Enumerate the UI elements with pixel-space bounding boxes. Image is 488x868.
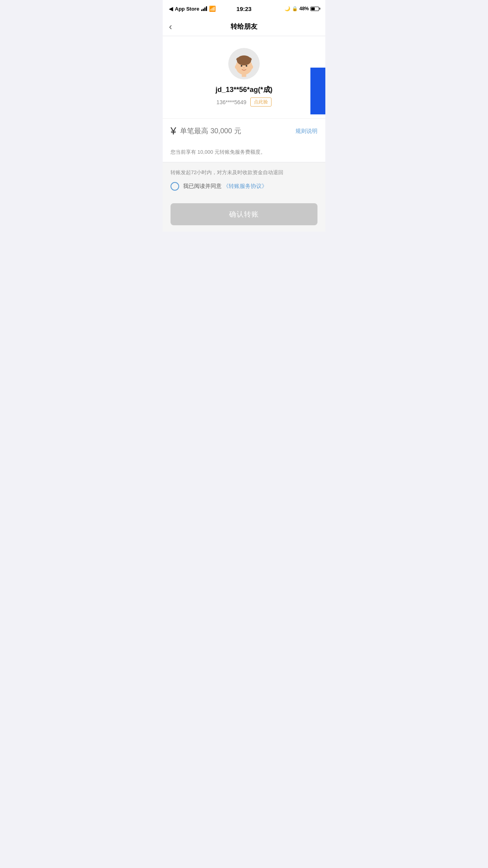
main-content: jd_13**56*ag(*成) 136****5649 点此验 ¥ 规则说明 … bbox=[163, 36, 325, 232]
back-arrow-icon: ◀ bbox=[169, 6, 173, 12]
user-name: jd_13**56*ag(*成) bbox=[215, 85, 272, 94]
verify-button[interactable]: 点此验 bbox=[250, 97, 272, 107]
rules-link[interactable]: 规则说明 bbox=[295, 128, 317, 135]
agreement-text: 我已阅读并同意 《转账服务协议》 bbox=[183, 183, 267, 190]
status-carrier: ◀ App Store 📶 bbox=[169, 6, 216, 12]
agreement-checkbox[interactable] bbox=[171, 182, 179, 191]
amount-input[interactable] bbox=[180, 127, 295, 135]
avatar-section: jd_13**56*ag(*成) 136****5649 点此验 bbox=[163, 36, 325, 114]
page-title: 转给朋友 bbox=[231, 22, 257, 31]
svg-point-7 bbox=[250, 65, 253, 69]
wifi-icon: 📶 bbox=[209, 6, 216, 12]
svg-point-4 bbox=[246, 65, 247, 67]
svg-point-5 bbox=[243, 67, 245, 68]
confirm-button[interactable]: 确认转账 bbox=[171, 203, 317, 225]
battery-percent: 48% bbox=[299, 6, 309, 11]
svg-point-3 bbox=[241, 65, 242, 67]
fee-text: 您当前享有 10,000 元转账免服务费额度。 bbox=[171, 149, 266, 155]
avatar-section-wrapper: jd_13**56*ag(*成) 136****5649 点此验 bbox=[163, 36, 325, 114]
avatar bbox=[228, 48, 260, 79]
user-phone-row: 136****5649 点此验 bbox=[216, 97, 272, 107]
battery-icon bbox=[310, 7, 319, 11]
bottom-area bbox=[163, 232, 325, 349]
status-bar: ◀ App Store 📶 19:23 🌙 🔒 48% bbox=[163, 0, 325, 17]
signal-icon bbox=[201, 6, 207, 11]
moon-icon: 🌙 bbox=[284, 6, 290, 11]
svg-point-6 bbox=[235, 65, 238, 69]
lock-icon: 🔒 bbox=[292, 6, 298, 11]
back-button[interactable]: ‹ bbox=[169, 21, 172, 32]
status-time: 19:23 bbox=[237, 6, 251, 12]
agreement-link[interactable]: 《转账服务协议》 bbox=[223, 183, 267, 189]
nav-bar: ‹ 转给朋友 bbox=[163, 17, 325, 36]
back-chevron-icon: ‹ bbox=[169, 21, 172, 32]
amount-left: ¥ bbox=[171, 125, 295, 137]
svg-rect-8 bbox=[242, 74, 246, 77]
agreement-row: 我已阅读并同意 《转账服务协议》 bbox=[171, 182, 317, 191]
user-phone: 136****5649 bbox=[216, 99, 246, 105]
amount-section: ¥ 规则说明 bbox=[163, 118, 325, 143]
confirm-section: 确认转账 bbox=[163, 197, 325, 232]
blue-overlay-block bbox=[310, 68, 325, 114]
status-right: 🌙 🔒 48% bbox=[284, 6, 319, 11]
fee-notice: 您当前享有 10,000 元转账免服务费额度。 bbox=[163, 143, 325, 162]
yuan-symbol: ¥ bbox=[171, 125, 176, 137]
avatar-image bbox=[230, 50, 258, 77]
transfer-notice: 转账发起72小时内，对方未及时收款资金自动退回 bbox=[171, 169, 317, 177]
info-section: 转账发起72小时内，对方未及时收款资金自动退回 我已阅读并同意 《转账服务协议》 bbox=[163, 162, 325, 197]
svg-point-2 bbox=[236, 57, 251, 62]
